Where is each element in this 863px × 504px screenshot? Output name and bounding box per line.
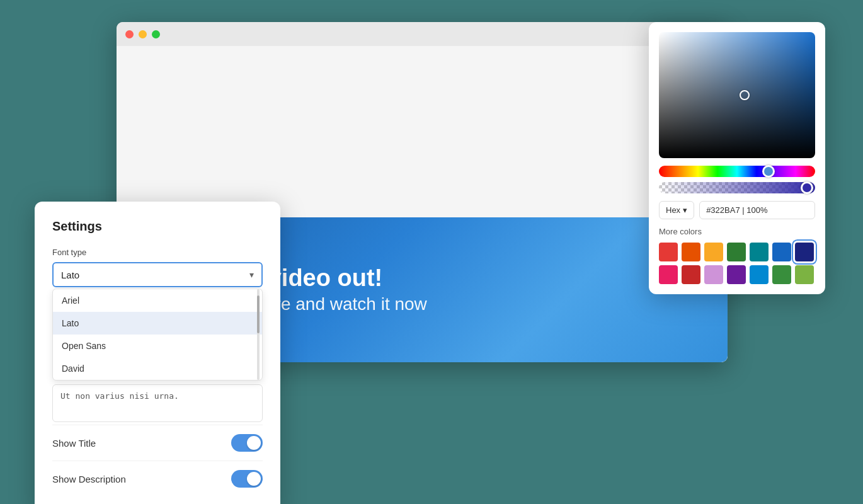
settings-title: Settings [52, 219, 263, 234]
color-gradient-box[interactable] [659, 32, 815, 158]
color-row-1 [659, 243, 815, 261]
swatch-purple[interactable] [727, 265, 746, 284]
font-dropdown: Ariel Lato Open Sans David [52, 289, 263, 381]
swatch-lime[interactable] [795, 265, 814, 284]
hue-slider[interactable] [659, 166, 815, 177]
swatch-darkred[interactable] [682, 265, 700, 284]
font-type-label: Font type [52, 248, 263, 257]
swatch-yellow[interactable] [704, 243, 723, 261]
minimize-button[interactable] [139, 30, 147, 38]
font-select-wrapper: Lato ▾ [52, 262, 263, 287]
chevron-down-icon: ▾ [683, 205, 687, 215]
show-title-row: Show Title [52, 425, 263, 461]
color-swatches [659, 243, 815, 284]
close-button[interactable] [125, 30, 134, 38]
swatch-darkblue[interactable] [795, 243, 814, 261]
show-title-label: Show Title [52, 438, 96, 449]
settings-panel: Settings Font type Lato ▾ Ariel Lato Ope… [35, 202, 280, 504]
alpha-slider[interactable] [659, 182, 815, 193]
hex-value: #322BA7 | 100% [706, 205, 767, 215]
scrollbar-thumb [257, 295, 260, 333]
swatch-orange[interactable] [682, 243, 700, 261]
color-picker-cursor [740, 90, 750, 100]
swatch-lavender[interactable] [704, 265, 723, 284]
color-format-select[interactable]: Hex ▾ [659, 201, 694, 219]
more-colors-label: More colors [659, 227, 815, 236]
hex-label: Hex [666, 205, 680, 215]
hue-cursor [762, 165, 775, 178]
description-textarea[interactable]: Ut non varius nisi urna. [52, 384, 263, 422]
swatch-leafgreen[interactable] [772, 265, 791, 284]
maximize-button[interactable] [152, 30, 160, 38]
show-title-toggle[interactable] [231, 434, 263, 452]
browser-titlebar [117, 22, 728, 46]
swatch-teal[interactable] [750, 243, 769, 261]
hex-value-input[interactable]: #322BA7 | 100% [699, 201, 815, 219]
swatch-green[interactable] [727, 243, 746, 261]
toggle-knob-2 [247, 472, 261, 486]
swatch-red[interactable] [659, 243, 678, 261]
font-dropdown-list: Ariel Lato Open Sans David [52, 289, 263, 381]
hue-slider-wrapper [659, 166, 815, 177]
color-picker-panel: Hex ▾ #322BA7 | 100% More colors [649, 22, 825, 294]
show-description-row: Show Description [52, 461, 263, 496]
toggle-knob [247, 436, 261, 450]
color-row-2 [659, 265, 815, 284]
font-option-opensans[interactable]: Open Sans [53, 335, 262, 357]
alpha-cursor [801, 181, 813, 194]
font-option-ariel[interactable]: Ariel [53, 289, 262, 312]
swatch-pink[interactable] [659, 265, 678, 284]
selected-font-value: Lato [61, 270, 79, 280]
dropdown-arrow-icon: ▾ [249, 270, 254, 280]
font-select[interactable]: Lato ▾ [52, 262, 263, 287]
alpha-slider-wrapper [659, 182, 815, 193]
color-input-row: Hex ▾ #322BA7 | 100% [659, 201, 815, 219]
show-description-toggle[interactable] [231, 470, 263, 488]
show-description-label: Show Description [52, 474, 126, 484]
font-option-david[interactable]: David [53, 357, 262, 380]
font-option-lato[interactable]: Lato [53, 312, 262, 335]
swatch-blue[interactable] [772, 243, 791, 261]
scrollbar-track [257, 289, 260, 380]
swatch-cyan[interactable] [750, 265, 769, 284]
